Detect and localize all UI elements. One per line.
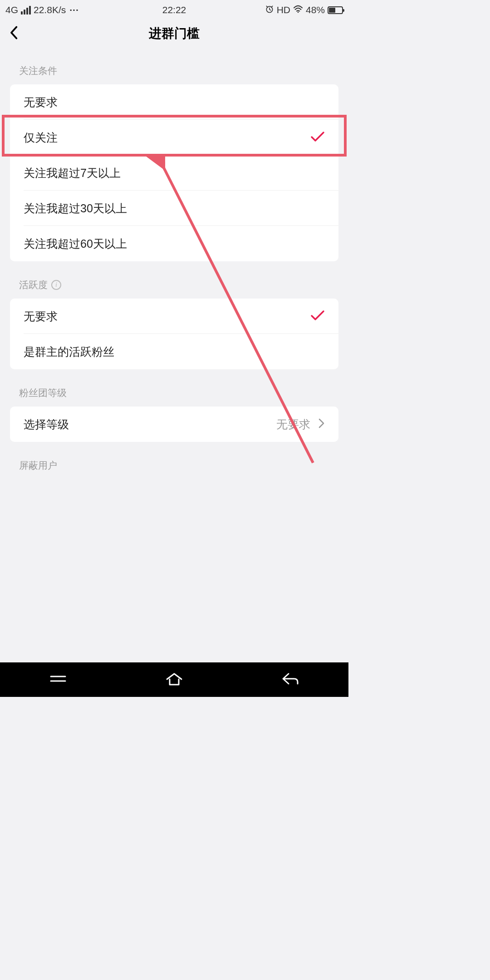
option-follow-30days[interactable]: 关注我超过30天以上 [10,191,338,226]
section-header-block: 屏蔽用户 [0,442,348,479]
info-icon[interactable]: i [51,280,61,290]
nav-back-button[interactable] [280,671,300,688]
page-header: 进群门槛 [0,20,348,47]
alarm-icon [265,5,274,16]
section-title-activity: 活跃度 [19,279,48,291]
option-label: 关注我超过7天以上 [24,166,121,181]
option-label: 无要求 [24,309,58,324]
check-icon [310,309,325,323]
option-follow-7days[interactable]: 关注我超过7天以上 [10,155,338,191]
check-icon [310,131,325,144]
wifi-icon [293,5,303,15]
card-activity: 无要求 是群主的活跃粉丝 [10,299,338,369]
status-bar: 4G 22.8K/s ··· 22:22 HD 48% [0,0,348,20]
chevron-right-icon [318,418,325,430]
section-title-block: 屏蔽用户 [19,459,57,472]
page-title: 进群门槛 [149,25,200,42]
battery-percent: 48% [306,5,325,15]
option-label: 仅关注 [24,130,58,145]
network-type: 4G [5,5,18,15]
back-button[interactable] [9,26,18,41]
option-activity-active-fan[interactable]: 是群主的活跃粉丝 [10,334,338,369]
status-right: HD 48% [265,5,343,16]
option-fanclub-level[interactable]: 选择等级 无要求 [10,407,338,442]
status-left: 4G 22.8K/s ··· [5,5,79,15]
option-value: 无要求 [276,417,310,432]
status-time: 22:22 [162,5,186,15]
card-follow: 无要求 仅关注 关注我超过7天以上 关注我超过30天以上 关注我超过60天以上 [10,84,338,261]
battery-icon [328,6,343,14]
option-label: 选择等级 [24,417,69,432]
option-label: 无要求 [24,95,58,110]
option-activity-none[interactable]: 无要求 [10,299,338,334]
signal-icon [21,6,31,15]
nav-recent-button[interactable] [48,672,68,687]
nav-home-button[interactable] [164,671,184,688]
option-label: 是群主的活跃粉丝 [24,344,114,359]
option-label: 关注我超过30天以上 [24,201,127,216]
network-speed: 22.8K/s [34,5,66,15]
section-header-activity: 活跃度 i [0,261,348,299]
section-title-fanclub: 粉丝团等级 [19,387,67,399]
hd-label: HD [277,5,290,15]
svg-point-1 [298,11,299,13]
option-follow-60days[interactable]: 关注我超过60天以上 [10,226,338,261]
option-follow-only[interactable]: 仅关注 [10,120,338,155]
option-no-requirement[interactable]: 无要求 [10,84,338,120]
section-title-follow: 关注条件 [19,64,57,77]
system-nav-bar [0,662,348,697]
card-fanclub: 选择等级 无要求 [10,407,338,442]
more-dots: ··· [69,5,79,15]
section-header-fanclub: 粉丝团等级 [0,369,348,407]
option-label: 关注我超过60天以上 [24,236,127,251]
section-header-follow: 关注条件 [0,47,348,84]
